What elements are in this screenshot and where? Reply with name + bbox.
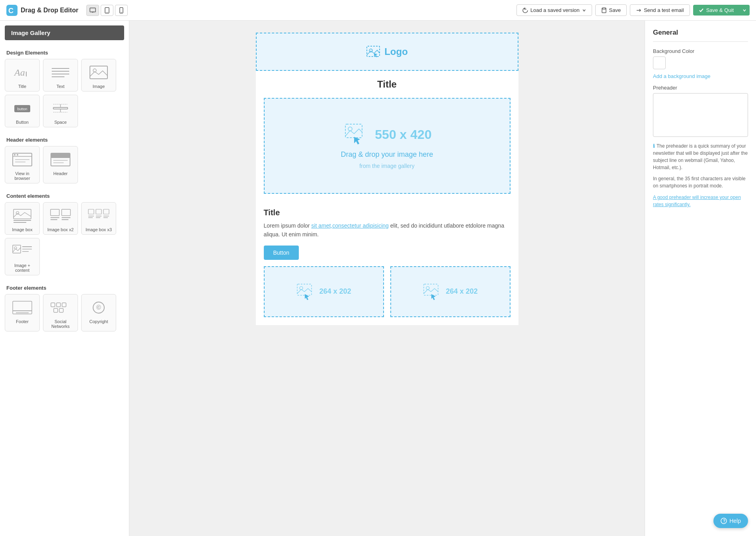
element-view-in-browser[interactable]: View in browser (5, 146, 40, 183)
space-icon (49, 99, 72, 117)
content-link[interactable]: sit amet,consectetur adipisicing (311, 222, 389, 229)
svg-rect-64 (51, 303, 55, 307)
preheader-info1: ℹThe preheader is a quick summary of you… (653, 142, 748, 171)
element-copyright[interactable]: © Copyright (81, 294, 116, 331)
svg-point-30 (17, 154, 18, 156)
element-header[interactable]: Header (43, 146, 78, 183)
title-icon: Aa (10, 63, 34, 82)
device-buttons (86, 5, 128, 16)
element-title[interactable]: Aa Title (5, 59, 40, 92)
design-elements-section: Design Elements (0, 45, 129, 59)
save-quit-btn[interactable]: Save & Quit (693, 5, 739, 16)
svg-rect-61 (13, 301, 32, 314)
logo-block[interactable]: Logo (256, 33, 518, 71)
right-panel-title: General (653, 29, 748, 42)
chevron-down-icon (742, 8, 746, 12)
svg-text:button: button (17, 107, 27, 111)
element-button[interactable]: button Button (5, 95, 40, 127)
view-browser-label: View in browser (8, 171, 37, 181)
load-version-btn[interactable]: Load a saved version (516, 4, 592, 16)
svg-text:Aa: Aa (14, 67, 25, 78)
left-panel: Image Gallery Design Elements Aa Title T… (0, 21, 129, 536)
two-col-images: 264 x 202 264 x 202 (256, 266, 518, 325)
element-image-box-x2[interactable]: Image box x2 (43, 202, 78, 235)
image-drop-zone[interactable]: 550 x 420 Drag & drop your image here fr… (264, 98, 510, 194)
logo-text: Logo (384, 46, 408, 57)
svg-rect-37 (14, 209, 31, 219)
footer-icon (10, 298, 34, 317)
image-box-x2-icon (49, 207, 72, 225)
content-block: Title Lorem ipsum dolor sit amet,consect… (256, 202, 518, 266)
element-image-box-x3[interactable]: Image box x3 (81, 202, 116, 235)
preheader-label: Preheader (653, 85, 748, 91)
logo-placeholder-icon (366, 45, 380, 58)
mobile-view-btn[interactable] (115, 5, 128, 16)
desktop-view-btn[interactable] (86, 5, 99, 16)
content-cta-button[interactable]: Button (264, 246, 299, 260)
svg-text:?: ? (723, 519, 725, 523)
image-content-label: Image + content (8, 263, 37, 273)
image-box-x3-icon (87, 207, 111, 225)
header-elements-section: Header elements (0, 132, 129, 146)
svg-point-6 (107, 12, 107, 13)
bg-color-label: Background Color (653, 48, 748, 54)
save-btn[interactable]: Save (595, 4, 627, 16)
element-text[interactable]: Text (43, 59, 78, 92)
element-space[interactable]: Space (43, 95, 78, 127)
canvas-area: Logo Title 550 x 420 Drag (129, 21, 645, 536)
content-elements-section: Content elements (0, 188, 129, 202)
main-layout: Image Gallery Design Elements Aa Title T… (0, 21, 756, 536)
header-elements-grid: View in browser Header (0, 146, 129, 188)
add-bg-image-link[interactable]: Add a background image (653, 73, 748, 79)
left-img-icon: 264 x 202 (296, 283, 351, 300)
preheader-promo-text: A good preheader will increase your open… (653, 195, 741, 207)
svg-rect-65 (57, 303, 60, 307)
active-block-label: Image Gallery (5, 25, 124, 40)
save-quit-dropdown-btn[interactable] (739, 5, 750, 16)
img-placeholder-left[interactable]: 264 x 202 (264, 266, 384, 317)
element-footer[interactable]: Footer (5, 294, 40, 331)
footer-elements-grid: Footer Social Networks © (0, 294, 129, 336)
content-elements-grid: Image box Image box x2 Image box x3 (0, 202, 129, 280)
email-canvas: Logo Title 550 x 420 Drag (256, 33, 518, 325)
svg-rect-68 (59, 308, 63, 312)
copyright-icon: © (87, 298, 111, 317)
footer-label: Footer (16, 319, 29, 324)
footer-elements-section: Footer elements (0, 280, 129, 294)
svg-rect-49 (103, 209, 109, 214)
element-social-networks[interactable]: Social Networks (43, 294, 78, 331)
content-title: Title (264, 208, 510, 217)
img-placeholder-right[interactable]: 264 x 202 (390, 266, 510, 317)
check-icon (699, 8, 704, 13)
header-label: Header (53, 171, 68, 176)
drop-size-label: 550 x 420 (375, 127, 431, 142)
canvas-title-block[interactable]: Title (256, 71, 518, 98)
info-icon: ℹ (653, 143, 655, 149)
social-networks-label: Social Networks (46, 319, 75, 329)
app-logo: C Drag & Drop Editor (6, 5, 78, 16)
app-name: Drag & Drop Editor (21, 7, 78, 14)
header-icon (49, 150, 72, 169)
drop-main-text: Drag & drop your image here (341, 150, 433, 159)
topbar: C Drag & Drop Editor Load a saved versio… (0, 0, 756, 21)
right-img-icon: 264 x 202 (423, 283, 477, 300)
help-button[interactable]: ? Help (713, 514, 748, 528)
space-label: Space (54, 120, 66, 125)
content-text: Lorem ipsum dolor sit amet,consectetur a… (264, 221, 510, 239)
element-image[interactable]: Image (81, 59, 116, 92)
left-img-size: 264 x 202 (319, 287, 351, 296)
copyright-label: Copyright (89, 319, 108, 324)
element-image-content[interactable]: Image + content (5, 238, 40, 275)
preheader-textarea[interactable] (653, 93, 748, 137)
element-image-box[interactable]: Image box (5, 202, 40, 235)
save-quit-group: Save & Quit (693, 5, 750, 16)
svg-rect-71 (367, 46, 380, 57)
svg-rect-2 (90, 8, 95, 12)
bg-color-swatch[interactable] (653, 57, 666, 69)
text-label: Text (57, 84, 64, 89)
drop-icon-area: 550 x 420 (342, 123, 431, 146)
drop-sub-text: from the image gallery (359, 163, 415, 169)
send-test-btn[interactable]: Send a test email (630, 4, 690, 16)
chevron-down-icon (582, 8, 586, 12)
tablet-view-btn[interactable] (101, 5, 113, 16)
